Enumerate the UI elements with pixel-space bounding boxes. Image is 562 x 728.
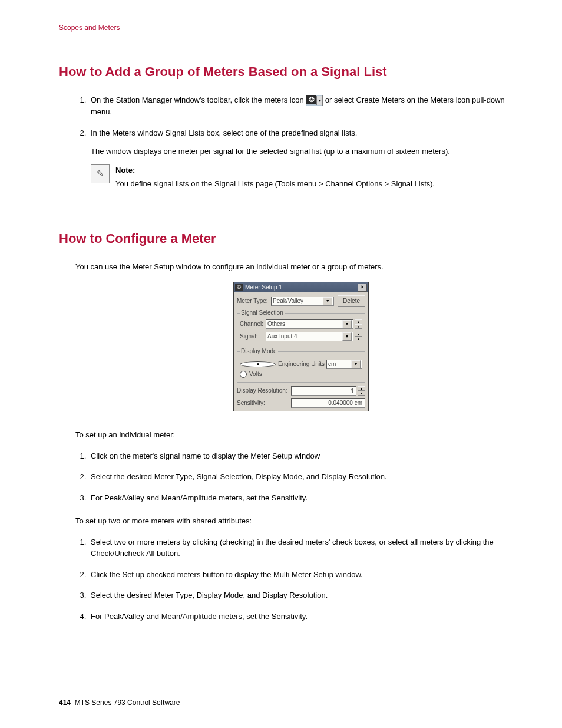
- doc-title: MTS Series 793 Control Software: [75, 699, 180, 707]
- multi-step-4: For Peak/Valley and Mean/Amplitude meter…: [88, 611, 527, 622]
- chevron-down-icon[interactable]: ▼: [323, 297, 332, 305]
- signal-value: Aux Input 4: [267, 333, 297, 340]
- gear-icon: ❂: [306, 95, 316, 104]
- section-heading-add-group: How to Add a Group of Meters Based on a …: [59, 64, 527, 80]
- window-title: Meter Setup 1: [245, 284, 358, 291]
- step-2: In the Meters window Signal Lists box, s…: [88, 127, 527, 190]
- note-block: ✎ Note: You define signal lists on the S…: [91, 164, 527, 190]
- meter-type-value: Peak/Valley: [273, 298, 303, 305]
- note-text: You define signal lists on the Signal Li…: [115, 178, 435, 190]
- display-mode-group: Display Mode Engineering Units cm ▼ Volt…: [237, 348, 365, 383]
- breadcrumb: Scopes and Meters: [59, 24, 527, 32]
- channel-value: Others: [267, 321, 285, 328]
- individual-step-3: For Peak/Valley and Mean/Amplitude meter…: [88, 492, 527, 504]
- step-1-pre: On the Station Manager window's toolbar,…: [91, 95, 306, 104]
- multi-step-2: Click the Set up checked meters button t…: [88, 569, 527, 581]
- signal-label: Signal:: [240, 333, 266, 340]
- procedure-list-multi: Select two or more meters by clicking (c…: [75, 536, 527, 622]
- chevron-down-icon[interactable]: ▼: [351, 360, 361, 368]
- display-resolution-spin[interactable]: ▲▼: [358, 386, 365, 396]
- units-value: cm: [328, 361, 336, 368]
- multi-intro: To set up two or more meters with shared…: [75, 515, 527, 527]
- individual-step-2: Select the desired Meter Type, Signal Se…: [88, 471, 527, 483]
- engineering-units-radio[interactable]: [240, 361, 276, 367]
- units-select[interactable]: cm ▼: [326, 360, 362, 369]
- step-2-sub: The window displays one meter per signal…: [91, 146, 527, 157]
- dropdown-arrow-icon: ▾: [316, 96, 322, 105]
- display-mode-legend: Display Mode: [240, 348, 278, 355]
- signal-select[interactable]: Aux Input 4 ▼: [266, 332, 353, 341]
- meter-type-select[interactable]: Peak/Valley ▼: [271, 297, 334, 306]
- step-2-main: In the Meters window Signal Lists box, s…: [91, 127, 527, 139]
- gear-icon: ❂: [235, 284, 243, 291]
- chevron-down-icon[interactable]: ▼: [342, 332, 352, 341]
- delete-button[interactable]: Delete: [338, 295, 365, 307]
- sensitivity-input[interactable]: 0.040000 cm: [291, 398, 365, 408]
- channel-select[interactable]: Others ▼: [266, 319, 353, 329]
- note-icon: ✎: [91, 164, 110, 183]
- step-1: On the Station Manager window's toolbar,…: [88, 94, 527, 118]
- configure-intro: You can use the Meter Setup window to co…: [75, 261, 527, 273]
- channel-spin[interactable]: ▲▼: [355, 319, 362, 329]
- meters-toolbar-icon: ❂▾: [306, 95, 323, 106]
- display-resolution-input[interactable]: 4: [291, 386, 356, 396]
- note-label: Note:: [115, 164, 435, 176]
- section-heading-configure: How to Configure a Meter: [59, 231, 527, 246]
- page-footer: 414 MTS Series 793 Control Software: [59, 699, 180, 707]
- volts-label: Volts: [249, 371, 262, 378]
- meter-type-label: Meter Type:: [237, 298, 271, 305]
- signal-selection-legend: Signal Selection: [240, 309, 285, 317]
- sensitivity-label: Sensitivity:: [237, 400, 291, 407]
- signal-spin[interactable]: ▲▼: [355, 332, 362, 341]
- meter-setup-window: ❂ Meter Setup 1 × Meter Type: Peak/Valle…: [233, 282, 369, 411]
- signal-selection-group: Signal Selection Channel: Others ▼ ▲▼ Si…: [237, 309, 365, 344]
- individual-step-1: Click on the meter's signal name to disp…: [88, 450, 527, 462]
- multi-step-3: Select the desired Meter Type, Display M…: [88, 589, 527, 601]
- display-resolution-label: Display Resolution:: [237, 387, 291, 394]
- individual-intro: To set up an individual meter:: [75, 429, 527, 441]
- volts-radio[interactable]: [240, 371, 247, 378]
- procedure-list-individual: Click on the meter's signal name to disp…: [75, 450, 527, 504]
- chevron-down-icon[interactable]: ▼: [342, 320, 352, 328]
- page-number: 414: [59, 699, 71, 707]
- multi-step-1: Select two or more meters by clicking (c…: [88, 536, 527, 559]
- procedure-list-add-group: On the Station Manager window's toolbar,…: [75, 94, 527, 190]
- close-icon[interactable]: ×: [358, 284, 367, 292]
- window-titlebar[interactable]: ❂ Meter Setup 1 ×: [234, 282, 368, 292]
- engineering-units-label: Engineering Units: [278, 361, 326, 368]
- channel-label: Channel:: [240, 321, 266, 328]
